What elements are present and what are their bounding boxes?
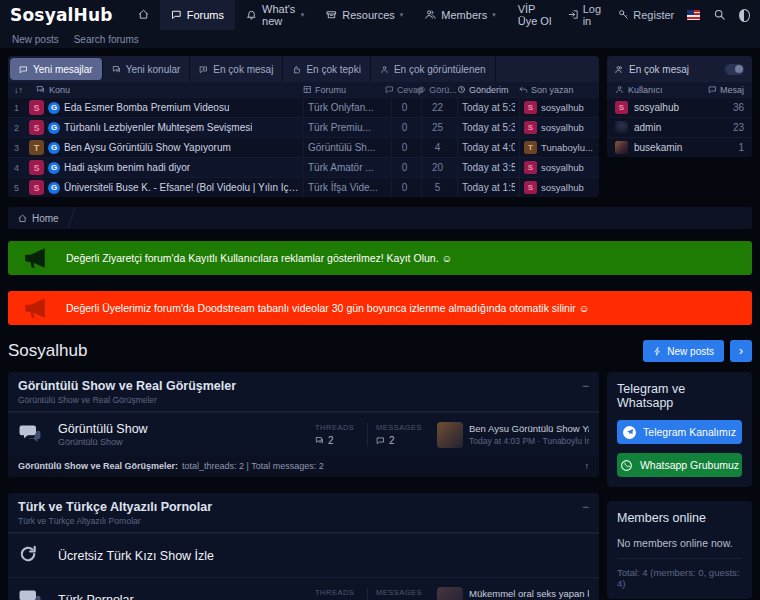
forum-link[interactable]: Görüntülü Show [58,422,297,436]
forum-link[interactable]: Ücretsiz Türk Kızı Show İzle [58,549,589,563]
whatsapp-button[interactable]: Whatsapp Grubumuz [617,453,742,477]
thread-forum-link[interactable]: Türk Premiu... [303,118,387,137]
category-block: Türk ve Türkçe Altyazılı Pornolar Türk v… [8,493,599,600]
chevron-down-icon: ▾ [492,11,496,19]
comment-icon [19,65,28,74]
chevron-down-icon: ▾ [400,11,404,19]
next-button[interactable]: › [730,340,752,362]
category-footer: Görüntülü Show ve Real Görüşmeler: total… [8,456,599,477]
thread-row: 3 T G Ben Aysu Görüntülü Show Yapıyorum … [8,137,599,157]
thread-posted[interactable]: Today at 1:5... [457,178,515,197]
poster-row: S sosyalhub 36 [607,97,752,117]
subnav-new-posts[interactable]: New posts [12,34,59,45]
category-title-link[interactable]: Türk ve Türkçe Altyazılı Pornolar [18,500,212,514]
avatar[interactable]: S [524,121,537,134]
last-poster-link[interactable]: sosyalhub [541,102,584,113]
subnav-search-forums[interactable]: Search forums [74,34,139,45]
avatar[interactable]: S [615,101,628,114]
avatar[interactable]: T [29,140,44,155]
nav-resources[interactable]: Resources ▾ [315,0,414,30]
language-flag-icon[interactable] [687,10,700,20]
avatar[interactable]: S [29,180,44,195]
breadcrumb-home[interactable]: Home [18,213,59,224]
poster-link[interactable]: busekamin [634,142,682,153]
register-link[interactable]: Register [618,9,674,22]
avatar[interactable] [437,587,463,600]
theme-toggle-icon[interactable] [739,9,750,22]
thread-posted[interactable]: Today at 5:3... [457,118,515,137]
google-badge-icon: G [48,142,60,154]
thread-posted[interactable]: Today at 5:3... [457,98,515,117]
thread-title-link[interactable]: Hadi aşkım benim hadi diyor [64,162,190,173]
avatar[interactable] [615,121,628,134]
new-posts-button[interactable]: New posts [643,340,724,362]
avatar[interactable]: S [29,160,44,175]
tab-en-cok-tepki[interactable]: En çok tepki [283,56,370,82]
latest-post-link[interactable]: Ben Aysu Görüntülü Show Yapıyor... [469,423,589,434]
thread-title-link[interactable]: Türbanlı Lezbiyenler Muhteşem Sevişmesi [64,122,252,133]
tab-en-cok-mesaj[interactable]: En çok mesaj [190,56,283,82]
nav-forums[interactable]: Forums [160,0,235,30]
collapse-toggle[interactable] [725,64,744,75]
thread-title-link[interactable]: Eda Esmer Bomba Premium Videosu [64,102,229,113]
reply-count-icon [385,85,394,94]
thread-forum-link[interactable]: Türk Amatör ... [303,158,387,177]
scroll-top-icon[interactable]: ↑ [585,461,590,471]
nav-members[interactable]: Members ▾ [414,0,506,30]
thread-forum-link[interactable]: Görüntülü Sh... [303,138,387,157]
avatar[interactable]: T [524,141,537,154]
avatar[interactable]: S [524,101,537,114]
thread-title-link[interactable]: Ben Aysu Görüntülü Show Yapıyorum [64,142,231,153]
forum-link[interactable]: Türk Pornolar [58,593,297,600]
users-icon [615,65,624,74]
nav-home[interactable] [127,0,160,30]
collapse-icon[interactable]: − [582,379,589,393]
site-logo[interactable]: SosyalHub [10,5,113,25]
bell-icon [246,9,257,22]
sort-icon[interactable]: ↓↑ [14,85,32,95]
forum-icon [303,85,312,94]
tab-yeni-mesajlar[interactable]: Yeni mesajlar [10,58,103,80]
avatar[interactable]: S [524,161,537,174]
poster-link[interactable]: sosyalhub [634,102,679,113]
announcement-banner-green: Değerli Ziyaretçi forum'da Kayıtlı Kulla… [8,241,752,275]
login-link[interactable]: Log in [568,3,606,27]
search-button[interactable] [713,8,726,23]
avatar[interactable] [615,141,628,154]
tab-yeni-konular[interactable]: Yeni konular [103,56,191,82]
banner-text: Değerli Ziyaretçi forum'da Kayıtlı Kulla… [66,252,452,264]
poster-count: 23 [733,122,744,133]
category-title-link[interactable]: Görüntülü Show ve Real Görüşmeler [18,379,236,393]
last-poster-link[interactable]: sosyalhub [541,162,584,173]
latest-post-link[interactable]: Mükemmel oral seks yapan kadın ... [469,588,589,599]
telegram-button[interactable]: Telegram Kanalımız [617,420,742,444]
thread-row: 2 S G Türbanlı Lezbiyenler Muhteşem Sevi… [8,117,599,137]
avatar[interactable]: S [524,181,537,194]
category-block: Görüntülü Show ve Real Görüşmeler Görünt… [8,372,599,477]
last-poster-link[interactable]: Tunaboylu... [541,142,593,153]
last-poster-link[interactable]: sosyalhub [541,182,584,193]
thread-forum-link[interactable]: Türk Onlyfan... [303,98,387,117]
megaphone-icon [22,295,48,321]
avatar[interactable]: S [29,120,44,135]
avatar[interactable] [437,422,463,448]
nav-whats-new[interactable]: What's new ▾ [235,0,315,30]
thread-title-link[interactable]: Üniversiteli Buse K. - Efsane! (Bol Vide… [64,182,299,193]
forum-node: Görüntülü Show Görüntülü Show THREADS 2 … [8,412,599,456]
nav-vip[interactable]: VİP Üye Ol [507,0,568,30]
box-icon [326,9,337,22]
thread-posted[interactable]: Today at 3:5... [457,158,515,177]
poster-link[interactable]: admin [634,122,661,133]
members-online-title: Members online [617,511,742,525]
last-poster-link[interactable]: sosyalhub [541,122,584,133]
tab-en-cok-goruntulenen[interactable]: En çok görüntülenen [371,56,496,82]
widget-tabs: Yeni mesajlar Yeni konular En çok mesaj … [8,56,599,82]
comments-icon [18,421,48,449]
thread-replies: 0 [391,118,417,137]
avatar[interactable]: S [29,100,44,115]
eye-icon [417,85,426,94]
collapse-icon[interactable]: − [582,500,589,514]
thread-posted[interactable]: Today at 4:0... [457,138,515,157]
thread-forum-link[interactable]: Türk İfşa Vide... [303,178,387,197]
home-icon [138,9,149,22]
